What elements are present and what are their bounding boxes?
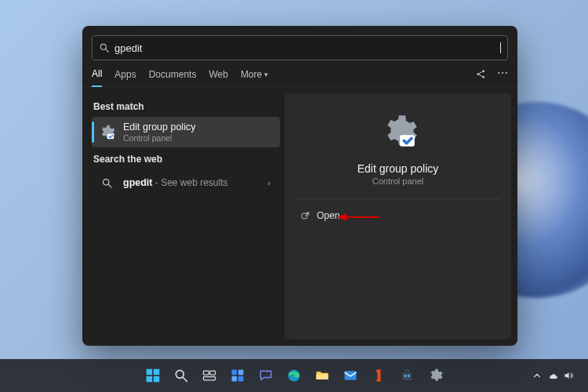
search-icon — [98, 174, 115, 191]
onedrive-icon[interactable] — [547, 370, 558, 381]
tab-all[interactable]: All — [92, 68, 102, 87]
volume-icon[interactable] — [563, 370, 574, 381]
tab-web-label: Web — [209, 69, 227, 80]
svg-rect-24 — [345, 371, 357, 380]
open-label: Open — [317, 210, 339, 221]
section-search-web: Search the web — [93, 154, 280, 165]
web-result-term: gpedit — [123, 177, 153, 188]
taskbar-center — [141, 364, 447, 387]
preview-subtitle: Control panel — [372, 176, 423, 186]
svg-point-3 — [477, 73, 479, 75]
svg-rect-14 — [204, 371, 209, 375]
chat-button[interactable] — [254, 364, 278, 387]
svg-rect-15 — [210, 371, 216, 375]
edge-icon[interactable] — [282, 364, 306, 387]
svg-rect-23 — [317, 374, 328, 379]
desktop-background: gpedit All Apps Documents Web More▾ ⋯ Be… — [0, 0, 588, 392]
preview-title: Edit group policy — [358, 162, 439, 175]
svg-rect-19 — [232, 376, 238, 382]
svg-rect-10 — [147, 369, 153, 376]
search-input[interactable]: gpedit — [114, 42, 502, 54]
chevron-right-icon: › — [267, 178, 270, 187]
tab-more-label: More — [241, 69, 262, 80]
svg-point-5 — [482, 76, 485, 78]
tray-chevron-icon[interactable] — [532, 370, 543, 381]
gear-icon — [98, 124, 115, 141]
svg-rect-20 — [238, 376, 244, 382]
tab-web[interactable]: Web — [209, 68, 227, 86]
web-result-suffix: - See web results — [153, 177, 228, 188]
task-view-button[interactable] — [198, 364, 221, 387]
taskbar — [0, 359, 588, 392]
tab-all-label: All — [92, 68, 102, 79]
start-search-window: gpedit All Apps Documents Web More▾ ⋯ Be… — [82, 26, 517, 346]
mail-icon[interactable] — [339, 364, 362, 387]
preview-panel: Edit group policy Control panel Open — [285, 93, 511, 339]
svg-rect-11 — [154, 369, 160, 376]
svg-rect-17 — [232, 370, 238, 376]
start-button[interactable] — [141, 364, 165, 387]
gear-icon — [377, 111, 419, 153]
settings-icon[interactable] — [423, 364, 447, 387]
divider — [296, 198, 500, 199]
results-list: Best match Edit group policy Control pan… — [82, 87, 285, 346]
svg-rect-13 — [154, 376, 160, 383]
tab-apps-label: Apps — [114, 69, 136, 80]
share-icon[interactable] — [475, 68, 487, 80]
office-icon[interactable] — [367, 364, 390, 387]
open-action[interactable]: Open — [296, 207, 344, 224]
file-explorer-icon[interactable] — [310, 364, 334, 387]
svg-point-4 — [482, 70, 485, 72]
tab-more[interactable]: More▾ — [241, 68, 268, 86]
svg-rect-26 — [408, 375, 410, 377]
store-icon[interactable] — [395, 364, 419, 387]
filter-tabs: All Apps Documents Web More▾ ⋯ — [82, 60, 517, 87]
tab-documents-label: Documents — [149, 69, 197, 80]
tab-apps[interactable]: Apps — [114, 68, 136, 86]
result-edit-group-policy[interactable]: Edit group policy Control panel — [92, 117, 280, 147]
section-best-match: Best match — [93, 101, 280, 112]
open-external-icon — [300, 211, 310, 221]
result-subtitle: Control panel — [123, 133, 195, 143]
tab-documents[interactable]: Documents — [149, 68, 197, 86]
svg-rect-25 — [405, 375, 407, 377]
result-title: Edit group policy — [123, 122, 195, 133]
svg-rect-16 — [204, 377, 216, 380]
more-icon[interactable]: ⋯ — [496, 68, 508, 80]
widgets-button[interactable] — [226, 364, 249, 387]
svg-rect-18 — [238, 370, 244, 376]
search-icon — [99, 42, 110, 53]
svg-rect-12 — [147, 376, 153, 383]
result-web-gpedit[interactable]: gpedit - See web results › — [92, 169, 280, 196]
svg-rect-6 — [107, 133, 114, 138]
search-bar[interactable]: gpedit — [92, 35, 508, 60]
system-tray[interactable] — [532, 370, 580, 381]
svg-point-21 — [267, 371, 268, 372]
chevron-down-icon: ▾ — [264, 71, 268, 78]
taskbar-search-button[interactable] — [169, 364, 193, 387]
text-caret — [500, 42, 501, 53]
